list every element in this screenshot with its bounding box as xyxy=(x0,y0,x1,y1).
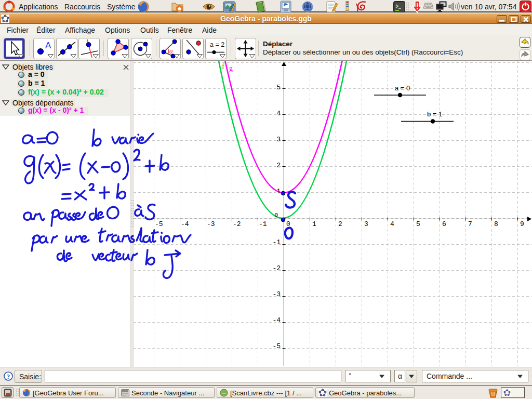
svg-text:?: ? xyxy=(7,373,10,380)
svg-text:A: A xyxy=(45,41,51,50)
svg-text:a = 2: a = 2 xyxy=(210,41,224,48)
